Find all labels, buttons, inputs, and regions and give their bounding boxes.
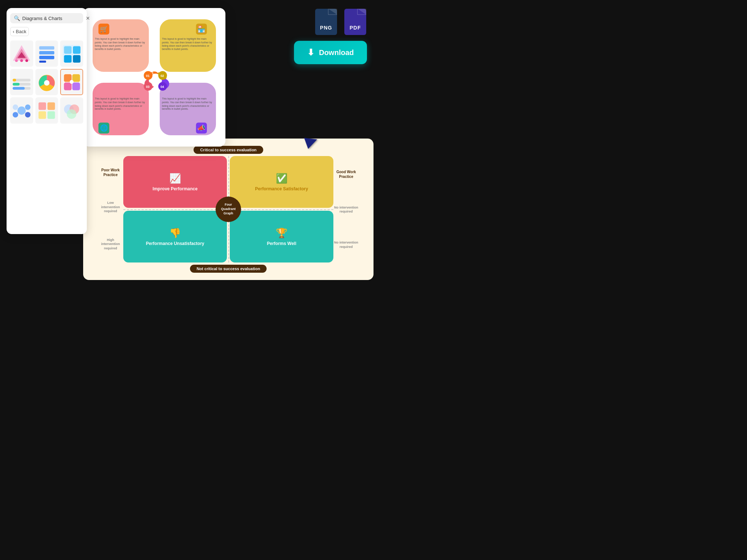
file-format-icons: PNG PDF xyxy=(314,8,367,36)
svg-point-22 xyxy=(44,80,49,85)
svg-rect-8 xyxy=(39,56,54,59)
png-label: PNG xyxy=(314,25,338,31)
thumb-4[interactable] xyxy=(10,69,33,95)
quadrant-wrapper: Critical to success evaluation Not criti… xyxy=(94,146,363,273)
thumb-8[interactable] xyxy=(35,97,58,124)
quad-top-left: 📈 Improve Performance xyxy=(123,156,227,208)
svg-rect-27 xyxy=(72,83,80,90)
close-icon[interactable]: ✕ xyxy=(86,15,90,21)
quad-bl-label: Performance Unsatisfactory xyxy=(146,241,204,246)
svg-rect-14 xyxy=(73,55,81,63)
png-file-icon[interactable]: PNG xyxy=(314,8,338,36)
svg-text:🏪: 🏪 xyxy=(197,25,206,33)
thumb-9[interactable] xyxy=(60,97,83,124)
svg-rect-37 xyxy=(47,111,55,119)
thumb-7[interactable] xyxy=(10,97,33,124)
thumb-2[interactable] xyxy=(35,40,58,67)
thumb-5[interactable] xyxy=(35,69,58,95)
quad-tl-label: Improve Performance xyxy=(152,186,197,191)
svg-rect-34 xyxy=(38,102,46,110)
svg-rect-9 xyxy=(39,61,46,63)
center-circle-label: Four Quadrant Graph xyxy=(218,203,238,215)
svg-rect-6 xyxy=(39,46,54,49)
svg-rect-36 xyxy=(38,111,46,119)
svg-rect-7 xyxy=(39,51,54,54)
center-circle: Four Quadrant Graph xyxy=(216,197,241,222)
back-label: Back xyxy=(16,29,26,34)
checkmark-icon: ✅ xyxy=(276,173,287,184)
right-no-intervention-bottom: No intervention required xyxy=(333,241,359,249)
svg-text:02: 02 xyxy=(160,74,164,78)
sidebar-panel: 🔍 ✕ ‹ Back xyxy=(7,8,87,234)
quad-tr-label: Performance Satisfactory xyxy=(255,186,308,191)
download-button[interactable]: ⬇ Download xyxy=(294,41,367,64)
search-input[interactable] xyxy=(22,16,84,21)
left-bottom-label: Low intervention required xyxy=(98,201,123,214)
quad-top-right: ✅ Performance Satisfactory xyxy=(230,156,333,208)
thumb-3[interactable] xyxy=(60,40,83,67)
left-top-label: Poor Work Practice xyxy=(98,168,123,177)
svg-point-4 xyxy=(20,59,23,62)
right-top-label: Good Work Practice xyxy=(333,170,359,179)
quad-bottom-left: 👎 Performance Unsatisfactory xyxy=(123,211,227,262)
thumb-1[interactable] xyxy=(10,40,33,67)
quadrant-top-label: Critical to success evaluation xyxy=(194,146,263,154)
svg-rect-25 xyxy=(72,74,80,82)
download-icon: ⬇ xyxy=(307,47,314,58)
left-labels: Poor Work Practice Low intervention requ… xyxy=(98,156,123,262)
back-button[interactable]: ‹ Back xyxy=(10,27,29,36)
quadrant-bottom-label: Not critical to success evaluation xyxy=(190,265,267,273)
thumb-6[interactable] xyxy=(60,69,83,95)
svg-point-40 xyxy=(67,109,77,118)
search-icon: 🔍 xyxy=(14,15,20,21)
flower-diagram: 01 02 03 04 🛒 🏪 🌐 📣 This xyxy=(89,14,220,141)
svg-point-28 xyxy=(70,80,74,84)
left-intervention-bottom: High intervention required xyxy=(98,238,123,251)
download-area: PNG PDF ⬇ Download xyxy=(294,8,367,64)
svg-rect-71 xyxy=(344,9,366,35)
svg-rect-12 xyxy=(73,46,81,54)
svg-rect-70 xyxy=(315,9,337,35)
pdf-label: PDF xyxy=(344,25,367,31)
svg-text:01: 01 xyxy=(146,74,150,78)
pdf-file-icon[interactable]: PDF xyxy=(344,8,367,36)
svg-point-29 xyxy=(18,106,26,115)
chevron-left-icon: ‹ xyxy=(13,29,14,34)
svg-rect-35 xyxy=(47,102,55,110)
quad-bottom-right: 🏆 Performs Well xyxy=(230,211,333,262)
thumbs-down-icon: 👎 xyxy=(169,228,181,239)
svg-point-32 xyxy=(13,112,18,117)
svg-text:🛒: 🛒 xyxy=(100,25,108,33)
right-labels: Good Work Practice No intervention requi… xyxy=(333,156,359,262)
svg-point-5 xyxy=(26,59,28,62)
svg-text:04: 04 xyxy=(160,85,164,89)
svg-point-33 xyxy=(25,112,31,117)
thumbnail-grid xyxy=(10,40,83,124)
svg-point-31 xyxy=(25,104,31,110)
main-preview-card: 01 02 03 04 🛒 🏪 🌐 📣 This xyxy=(83,8,225,147)
right-no-intervention-top: No intervention required xyxy=(333,206,359,214)
svg-rect-20 xyxy=(13,87,25,90)
trophy-icon: 🏆 xyxy=(276,228,287,239)
svg-rect-18 xyxy=(13,83,20,86)
svg-rect-16 xyxy=(13,79,16,82)
svg-point-30 xyxy=(13,104,18,110)
quadrant-diagram: Critical to success evaluation Not criti… xyxy=(83,139,374,280)
svg-rect-26 xyxy=(64,83,72,90)
svg-point-3 xyxy=(15,59,18,62)
quad-br-label: Performs Well xyxy=(267,241,296,246)
search-bar[interactable]: 🔍 ✕ xyxy=(10,13,83,23)
chart-up-icon: 📈 xyxy=(169,173,181,184)
svg-text:03: 03 xyxy=(146,85,150,89)
svg-rect-13 xyxy=(64,55,72,63)
download-label: Download xyxy=(319,48,354,57)
svg-rect-11 xyxy=(64,46,72,54)
